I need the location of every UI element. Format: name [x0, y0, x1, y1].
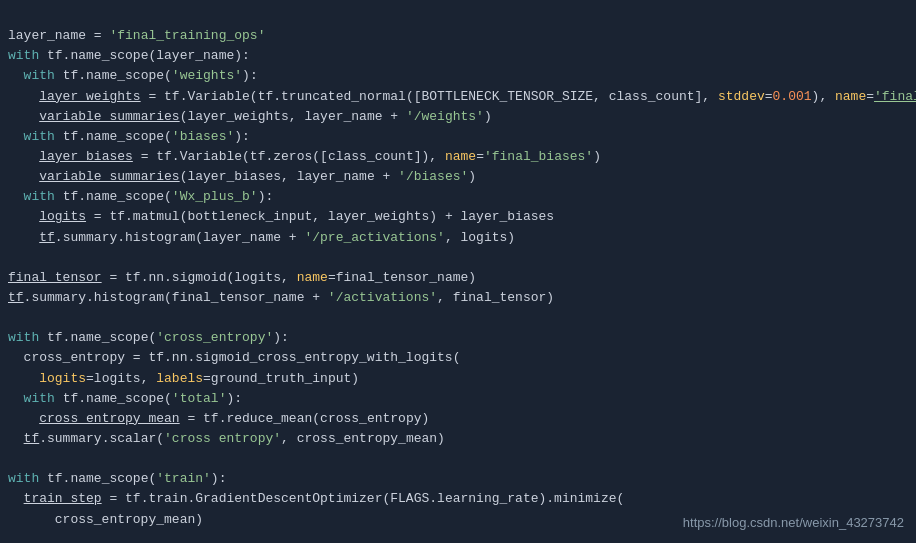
code-line-1: layer_name = 'final_training_ops' — [8, 28, 265, 43]
code-block: layer_name = 'final_training_ops' with t… — [0, 0, 916, 543]
watermark: https://blog.csdn.net/weixin_43273742 — [683, 513, 904, 533]
